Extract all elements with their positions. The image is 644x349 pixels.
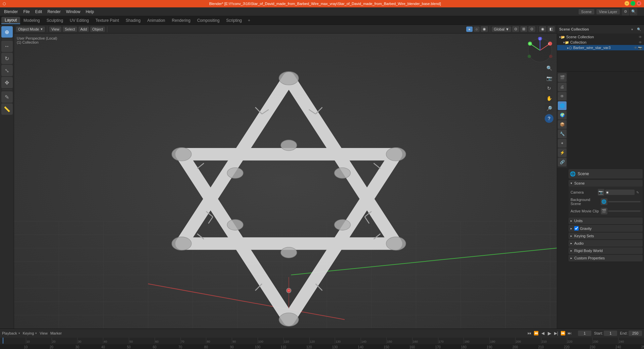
outliner-filter-icon[interactable]: ▾ <box>629 26 635 32</box>
step-forward-button[interactable]: ▶| <box>553 330 559 336</box>
viewport-canvas[interactable]: User Perspective (Local) (1) Collection … <box>14 34 557 329</box>
viewport-menu-object[interactable]: Object <box>90 27 105 32</box>
world-properties-tab[interactable]: 🌍 <box>558 111 567 119</box>
jump-forward-button[interactable]: ⏩ <box>560 330 566 336</box>
tab-layout[interactable]: Layout <box>1 17 20 24</box>
help-button[interactable]: ? <box>545 114 553 123</box>
timeline-ruler[interactable]: 1020304050607080901001101201301401501601… <box>0 338 644 344</box>
tab-sculpting[interactable]: Sculpting <box>43 17 66 24</box>
pan-button[interactable]: ✋ <box>545 94 553 103</box>
active-movie-clip-button[interactable]: 🎬 <box>601 208 607 214</box>
view-menu[interactable]: View <box>40 331 48 335</box>
menu-window[interactable]: Window <box>63 9 83 15</box>
snap-button[interactable]: ⊞ <box>520 26 527 32</box>
units-section-header[interactable]: ▸ Units <box>569 217 643 224</box>
minimize-button[interactable]: – <box>625 1 629 6</box>
audio-section-header[interactable]: ▸ Audio <box>569 240 643 247</box>
end-frame-field[interactable]: 250 <box>629 331 642 336</box>
background-scene-button[interactable]: 🌐 <box>601 198 607 205</box>
tab-animation[interactable]: Animation <box>144 17 168 24</box>
viewlayer-selector[interactable]: View Layer <box>596 9 620 14</box>
camera-view-button[interactable]: 📷 <box>545 74 553 83</box>
global-local-selector[interactable]: Global ▼ <box>492 27 511 32</box>
gravity-section-header[interactable]: ▸ Gravity <box>569 225 643 232</box>
transform-tool-button[interactable]: ✥ <box>1 77 13 88</box>
close-button[interactable]: ✕ <box>637 1 641 6</box>
tab-rendering[interactable]: Rendering <box>168 17 194 24</box>
menu-edit[interactable]: Edit <box>33 9 45 15</box>
step-back-button[interactable]: ◀ <box>540 330 546 336</box>
modifier-properties-tab[interactable]: 🔧 <box>558 130 567 138</box>
tab-shading[interactable]: Shading <box>122 17 144 24</box>
zoom-button[interactable]: 🔎 <box>545 104 553 113</box>
viewport-menu-select[interactable]: Select <box>63 27 77 32</box>
jump-to-end-button[interactable]: ⏭ <box>567 330 573 336</box>
timeline-track[interactable]: 1020304050607080901001101201301401501601… <box>0 344 644 349</box>
current-frame-field[interactable]: 1 <box>578 331 591 336</box>
camera-edit-icon[interactable]: ✎ <box>635 189 641 195</box>
render-properties-tab[interactable]: 🎬 <box>558 73 567 82</box>
viewport-shading-rendered[interactable]: ◉ <box>481 26 488 32</box>
topbar-icon-2[interactable]: 🔍 <box>630 8 637 15</box>
viewport-menu-add[interactable]: Add <box>78 27 89 32</box>
add-workspace-button[interactable]: + <box>245 17 253 24</box>
topbar-icon-1[interactable]: ⚙ <box>622 8 629 15</box>
scene-selector[interactable]: Scene <box>579 9 594 14</box>
scene-properties-tab[interactable]: 🌐 <box>558 101 567 110</box>
keying-menu[interactable]: Keying ▾ <box>23 331 37 335</box>
object-properties-tab[interactable]: 📦 <box>558 120 567 129</box>
outliner-item-collection[interactable]: ▾ 📁 Collection 👁 <box>557 40 644 45</box>
scene-section-header[interactable]: ▾ Scene <box>569 180 643 187</box>
object-mode-selector[interactable]: Object Mode ▼ <box>16 27 45 32</box>
menu-render[interactable]: Render <box>45 9 63 15</box>
proportional-edit-button[interactable]: ⊙ <box>528 26 535 32</box>
camera-value[interactable]: ■ <box>605 190 635 195</box>
active-movie-clip-value[interactable] <box>608 210 641 212</box>
jump-back-button[interactable]: ⏪ <box>533 330 539 336</box>
background-scene-value[interactable] <box>608 201 641 202</box>
menu-blender[interactable]: Blender <box>1 9 20 15</box>
physics-properties-tab[interactable]: ⚡ <box>558 148 567 157</box>
viewport-menu-view[interactable]: View <box>49 27 61 32</box>
output-properties-tab[interactable]: 🖨 <box>558 83 567 91</box>
playback-menu[interactable]: Playback ▾ <box>2 331 20 335</box>
view-layer-properties-tab[interactable]: 👁 <box>558 92 567 101</box>
marker-menu[interactable]: Marker <box>50 331 62 335</box>
play-button[interactable]: ▶ <box>546 330 552 336</box>
gravity-checkbox[interactable] <box>574 226 579 231</box>
viewport-shading-material[interactable]: ○ <box>474 27 480 32</box>
rigid-body-world-header[interactable]: ▸ Rigid Body World <box>569 247 643 254</box>
maximize-button[interactable]: □ <box>631 1 635 6</box>
orbit-button[interactable]: ↻ <box>545 84 553 93</box>
jump-to-start-button[interactable]: ⏮ <box>526 330 532 336</box>
transform-pivot-selector[interactable]: ⊙ <box>512 26 519 32</box>
tab-uv-editing[interactable]: UV Editing <box>66 17 92 24</box>
tab-scripting[interactable]: Scripting <box>223 17 245 24</box>
mesh-visibility-icon[interactable]: 👁 <box>634 46 637 50</box>
outliner-item-scene-collection[interactable]: ▾ 📂 Scene Collection 👁 <box>557 34 644 40</box>
camera-select-button[interactable]: 📷 <box>598 189 604 196</box>
menu-file[interactable]: File <box>20 9 32 15</box>
outliner-search-icon[interactable]: 🔍 <box>636 26 642 32</box>
move-tool-button[interactable]: ↔ <box>1 41 13 52</box>
outliner-item-mesh[interactable]: ▸ ⬡ Barber_wire_star_var3 👁 📷 <box>557 45 644 50</box>
tab-compositing[interactable]: Compositing <box>194 17 223 24</box>
scene-collection-visibility-icon[interactable]: 👁 <box>639 35 642 39</box>
zoom-in-button[interactable]: 🔍 <box>545 64 553 72</box>
constraints-properties-tab[interactable]: 🔗 <box>558 158 567 166</box>
scale-tool-button[interactable]: ⤡ <box>1 65 13 76</box>
overlay-button[interactable]: ◉ <box>539 26 546 32</box>
viewport[interactable]: Object Mode ▼ View Select Add Object ● ○… <box>14 25 557 329</box>
annotate-tool-button[interactable]: ✎ <box>1 91 13 103</box>
xray-button[interactable]: ◧ <box>547 26 555 32</box>
cursor-tool-button[interactable]: ⊕ <box>1 26 13 38</box>
particle-properties-tab[interactable]: ✦ <box>558 139 567 148</box>
measure-tool-button[interactable]: 📏 <box>1 103 13 115</box>
custom-properties-header[interactable]: ▸ Custom Properties <box>569 255 643 261</box>
start-frame-field[interactable]: 1 <box>604 331 617 336</box>
tab-texture-paint[interactable]: Texture Paint <box>92 17 122 24</box>
collection-visibility-icon[interactable]: 👁 <box>639 41 642 44</box>
rotate-tool-button[interactable]: ↻ <box>1 53 13 64</box>
viewport-gizmo[interactable]: X Y Z <box>527 37 553 64</box>
keying-sets-header[interactable]: ▸ Keying Sets <box>569 233 643 239</box>
